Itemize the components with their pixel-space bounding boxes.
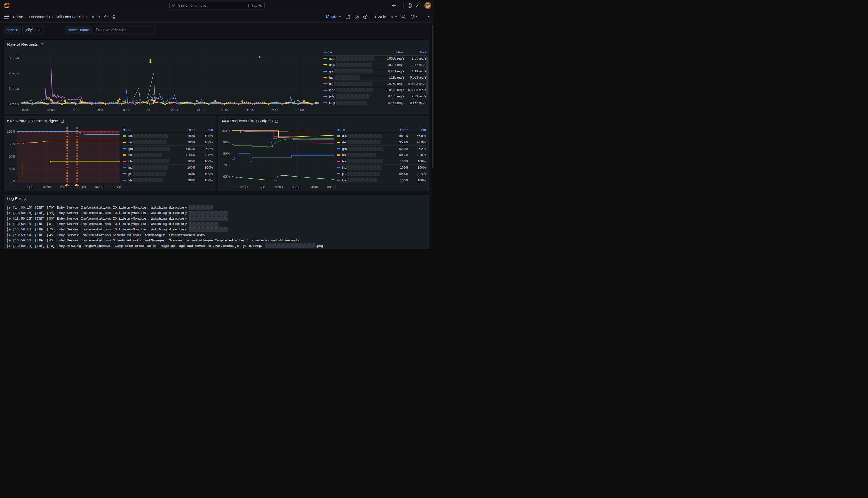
err-5xx-chart[interactable]: 12:0016:0020:0000:0004:0008:0020%40%60%8… (5, 125, 121, 189)
legend-row[interactable]: aut58.1%56.8% (336, 133, 426, 140)
rate-of-requests-svg[interactable]: 10:0012:0014:0016:0018:0020:0022:0000:00… (6, 48, 321, 113)
legend-row[interactable]: inde0.0173 req/s0.0333 req/s (323, 87, 426, 94)
legend-row[interactable]: ha.99.7%99.6% (336, 152, 426, 158)
log-expand-icon[interactable] (10, 228, 11, 231)
user-avatar[interactable] (424, 2, 431, 9)
scatter-dot (22, 102, 23, 103)
legend-row[interactable]: ind100%100% (123, 165, 213, 171)
legend-row[interactable]: delu0.0327 req/s2.77 req/s (323, 62, 426, 68)
external-link-icon[interactable] (275, 119, 279, 123)
help-button[interactable] (407, 3, 412, 8)
variable-select-service[interactable]: jellyfin (22, 26, 43, 34)
refresh-button[interactable] (410, 14, 418, 19)
rate-of-requests-chart[interactable]: 10:0012:0014:0016:0018:0020:0022:0000:00… (6, 48, 321, 113)
legend-row[interactable]: lda100%100% (123, 177, 213, 184)
legend-row[interactable]: jell100%100% (123, 171, 213, 177)
log-row[interactable]: [13:59:13] [INF] [70] Emby.Drawing.Image… (7, 243, 425, 249)
legend-col-last[interactable]: Last * (177, 128, 196, 132)
panel-header[interactable]: Rate of Requests (4, 40, 428, 47)
panel-title[interactable]: Log Errors (7, 196, 26, 201)
legend-col-min[interactable]: Min (196, 128, 213, 132)
series-name-prefix: ha.t (329, 76, 334, 79)
log-row[interactable]: [13:59:16] [INF] [61] Emby.Server.Implem… (7, 221, 425, 227)
log-row[interactable]: [13:59:14] [INF] [45] Emby.Server.Implem… (7, 232, 425, 238)
new-button[interactable] (392, 3, 400, 8)
news-button[interactable] (416, 3, 420, 8)
scatter-dot (57, 102, 59, 104)
log-row[interactable]: [13:59:25] [INF] [80] Emby.Server.Implem… (7, 216, 425, 221)
page-scrollbar-thumb[interactable] (432, 25, 433, 168)
collapse-toolbar-button[interactable] (427, 15, 430, 18)
add-button[interactable]: Add (324, 15, 342, 19)
scatter-dot (176, 102, 178, 104)
legend-row[interactable]: ha.84.6%80.8% (123, 152, 213, 158)
external-link-icon[interactable] (40, 43, 44, 47)
panel-header[interactable]: 4XX Requests Error Budgets (218, 117, 428, 123)
log-expand-icon[interactable] (10, 223, 11, 225)
chevron-down-icon[interactable] (416, 15, 418, 18)
log-expand-icon[interactable] (10, 207, 11, 209)
variable-input-server-name[interactable] (93, 26, 156, 34)
log-expand-icon[interactable] (10, 245, 11, 247)
legend-row[interactable]: del95.9%93.9% (336, 139, 426, 146)
legend-value: 0.118 req/s (380, 76, 404, 79)
breadcrumb-folder[interactable]: Self Host Blocks (55, 15, 83, 19)
legend-col-name[interactable]: Name (123, 128, 131, 132)
legend-row[interactable]: jell99.6%98.4% (336, 171, 426, 177)
panel-header[interactable]: Log Errors (4, 194, 428, 201)
panel-title[interactable]: Rate of Requests (7, 42, 38, 47)
grafana-logo-icon[interactable] (4, 2, 10, 9)
page-scrollbar[interactable] (431, 23, 434, 249)
log-row[interactable]: [13:59:14] [INF] [45] Emby.Server.Implem… (7, 238, 425, 243)
err-4xx-chart[interactable]: 12:0016:0020:0000:0004:0008:0060%70%80%9… (219, 125, 335, 189)
legend-col-last[interactable]: Last * (390, 128, 408, 132)
y-axis-tick: 100% (222, 129, 230, 133)
err-budget-5xx-svg[interactable]: 12:0016:0020:0000:0004:0008:0020%40%60%8… (5, 125, 121, 189)
legend-col-mean[interactable]: Mean (380, 51, 404, 54)
favorite-button[interactable] (104, 14, 108, 19)
legend-col-name[interactable]: Name (336, 128, 345, 132)
dashboard-settings-button[interactable] (354, 14, 359, 19)
threshold-region (17, 132, 120, 183)
legend-col-max[interactable]: Max (404, 51, 426, 54)
legend-row[interactable]: jelly0.185 req/s2.33 req/s (323, 93, 426, 100)
legend-scrollbar[interactable] (426, 56, 428, 95)
breadcrumb-dashboards[interactable]: Dashboards (29, 15, 50, 19)
log-expand-icon[interactable] (10, 218, 11, 220)
log-row[interactable]: [14:00:10] [INF] [70] Emby.Server.Implem… (7, 205, 425, 210)
log-expand-icon[interactable] (10, 212, 11, 214)
external-link-icon[interactable] (61, 119, 64, 123)
legend-col-name[interactable]: Name (323, 51, 332, 54)
time-range-picker[interactable]: Last 24 hours (363, 15, 397, 19)
legend-col-min[interactable]: Min (408, 128, 426, 132)
legend-row[interactable]: auth0.0608 req/s2.85 req/s (323, 56, 426, 62)
panel-title[interactable]: 4XX Requests Error Budgets (222, 119, 273, 123)
legend-row[interactable]: hle0.0250 req/s0.0333 req/s (323, 81, 426, 87)
legend-row[interactable]: hle100%100% (336, 158, 426, 165)
series-name-prefix: inde (329, 88, 335, 92)
log-row[interactable]: [13:59:25] [INF] [44] Emby.Server.Implem… (7, 210, 425, 216)
legend-row[interactable]: gra0.201 req/s1.13 req/s (323, 68, 426, 75)
panel-title[interactable]: 5XX Requests Error Budgets (7, 119, 58, 123)
legend-row[interactable]: ind100%100% (336, 165, 426, 171)
mega-menu-toggle[interactable] (4, 15, 9, 19)
log-expand-icon[interactable] (10, 239, 11, 241)
panel-header[interactable]: 5XX Requests Error Budgets (4, 117, 216, 123)
save-dashboard-button[interactable] (346, 14, 350, 19)
legend-row[interactable]: hle100%100% (123, 158, 213, 165)
legend-row[interactable]: ldap0.167 req/s0.167 req/s (323, 100, 426, 106)
scatter-dot (168, 102, 170, 103)
legend-row[interactable]: aut100%100% (123, 133, 213, 140)
legend-row[interactable]: del100%100% (123, 139, 213, 146)
log-row[interactable]: [13:59:14] [INF] [75] Emby.Server.Implem… (7, 227, 425, 232)
zoom-out-button[interactable] (401, 14, 406, 19)
legend-row[interactable]: lda100%100% (336, 177, 426, 184)
legend-row[interactable]: gra95.3%95.2% (123, 146, 213, 152)
search-bar[interactable]: Search or jump to... ctrl+k (169, 2, 265, 9)
log-expand-icon[interactable] (10, 234, 11, 236)
breadcrumb-home[interactable]: Home (13, 15, 23, 19)
share-button[interactable] (110, 14, 115, 19)
legend-row[interactable]: gra92.2%86.2% (336, 146, 426, 152)
err-budget-4xx-svg[interactable]: 12:0016:0020:0000:0004:0008:0060%70%80%9… (219, 125, 335, 189)
legend-row[interactable]: ha.t0.118 req/s0.333 req/s (323, 75, 426, 81)
